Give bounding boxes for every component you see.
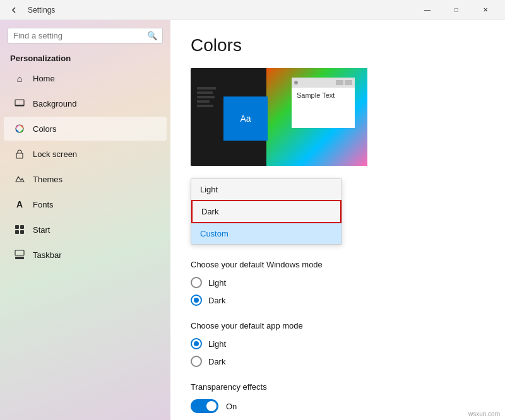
sidebar-item-background[interactable]: Background [4, 91, 167, 115]
windows-mode-dark-label: Dark [208, 296, 225, 305]
preview-btn [345, 80, 352, 85]
svg-rect-7 [20, 230, 24, 234]
dropdown-option-custom[interactable]: Custom [191, 223, 342, 244]
title-bar: Settings — □ ✕ [0, 0, 505, 20]
sidebar-item-label-home: Home [33, 74, 55, 83]
svg-rect-1 [15, 105, 24, 106]
app-mode-heading: Choose your default app mode [191, 321, 485, 330]
svg-rect-9 [15, 250, 24, 255]
app-body: 🔍 Personalization ⌂ Home Background Colo… [0, 20, 505, 420]
radio-circle-light [191, 277, 202, 288]
sidebar-item-start[interactable]: Start [4, 218, 167, 242]
sidebar-section-title: Personalization [0, 49, 170, 66]
stripe-line [197, 91, 213, 94]
windows-mode-dark[interactable]: Dark [191, 295, 485, 306]
stripe-line [197, 87, 216, 90]
sidebar-item-lockscreen[interactable]: Lock screen [4, 142, 167, 166]
svg-rect-6 [15, 230, 19, 234]
svg-rect-8 [15, 257, 24, 259]
windows-mode-section: Choose your default Windows mode Light D… [191, 260, 485, 306]
preview-sample-text: Sample Text [292, 88, 355, 103]
sidebar-item-label-lockscreen: Lock screen [33, 149, 77, 159]
transparency-section: Transparency effects On [191, 382, 485, 413]
radio-circle-dark [191, 295, 202, 306]
windows-mode-light[interactable]: Light [191, 277, 485, 288]
dropdown-option-light[interactable]: Light [191, 179, 342, 200]
themes-icon [14, 173, 25, 185]
back-button[interactable] [5, 1, 23, 19]
app-mode-light[interactable]: Light [191, 338, 485, 349]
preview-container: Aa Sample Text [191, 68, 367, 166]
sidebar-item-colors[interactable]: Colors [4, 117, 167, 141]
transparency-heading: Transparency effects [191, 382, 485, 392]
stripe-line [197, 100, 210, 103]
close-button[interactable]: ✕ [471, 0, 500, 20]
preview-blue-tile: Aa [223, 96, 268, 141]
app-mode-dark-label: Dark [208, 357, 225, 366]
sidebar: 🔍 Personalization ⌂ Home Background Colo… [0, 20, 170, 420]
windows-mode-heading: Choose your default Windows mode [191, 260, 485, 269]
transparency-toggle-row: On [191, 399, 485, 413]
sidebar-item-themes[interactable]: Themes [4, 167, 167, 191]
dropdown-container: Light Dark Custom [191, 178, 485, 245]
preview-white-window: Sample Text [292, 78, 355, 128]
title-bar-controls: — □ ✕ [413, 0, 500, 20]
search-input[interactable] [13, 31, 147, 40]
preview-image: Aa Sample Text [191, 68, 367, 166]
page-title: Colors [191, 35, 485, 55]
watermark: wsxun.com [468, 411, 500, 417]
sidebar-item-taskbar[interactable]: Taskbar [4, 243, 167, 267]
sidebar-item-label-themes: Themes [33, 175, 62, 184]
title-bar-left: Settings [5, 1, 55, 19]
sidebar-item-fonts[interactable]: A Fonts [4, 192, 167, 216]
home-icon: ⌂ [14, 73, 25, 84]
start-icon [14, 224, 25, 235]
svg-rect-5 [20, 225, 24, 229]
sidebar-item-label-fonts: Fonts [33, 200, 54, 209]
preview-btn [336, 80, 343, 85]
transparency-toggle[interactable] [191, 399, 218, 413]
dropdown-option-dark[interactable]: Dark [191, 200, 342, 223]
windows-mode-radio-group: Light Dark [191, 277, 485, 306]
app-mode-dark[interactable]: Dark [191, 356, 485, 367]
lock-icon [14, 148, 25, 160]
sidebar-item-label-taskbar: Taskbar [33, 250, 62, 260]
preview-stripes [197, 87, 219, 107]
preview-title-btns [336, 80, 352, 85]
preview-title-bar [292, 78, 355, 88]
color-mode-dropdown[interactable]: Light Dark Custom [191, 178, 342, 245]
colors-icon [14, 123, 25, 134]
search-icon: 🔍 [147, 31, 157, 40]
radio-circle-app-light [191, 338, 202, 349]
svg-rect-3 [16, 153, 23, 158]
sidebar-item-label-colors: Colors [33, 124, 57, 134]
fonts-icon: A [14, 199, 25, 210]
window-title: Settings [28, 6, 55, 15]
svg-rect-4 [15, 225, 19, 229]
app-mode-radio-group: Light Dark [191, 338, 485, 367]
sidebar-item-label-start: Start [33, 225, 50, 235]
content-area: Colors Aa [170, 20, 505, 420]
taskbar-icon [14, 249, 25, 260]
sidebar-item-home[interactable]: ⌂ Home [4, 66, 167, 90]
app-mode-light-label: Light [208, 339, 226, 349]
windows-mode-light-label: Light [208, 278, 226, 288]
transparency-toggle-label: On [226, 402, 237, 411]
radio-circle-app-dark [191, 356, 202, 367]
background-icon [14, 98, 25, 109]
app-mode-section: Choose your default app mode Light Dark [191, 321, 485, 367]
stripe-line [197, 105, 213, 107]
toggle-knob [206, 401, 217, 411]
maximize-button[interactable]: □ [442, 0, 471, 20]
minimize-button[interactable]: — [413, 0, 442, 20]
stripe-line [197, 96, 215, 98]
sidebar-item-label-background: Background [33, 99, 76, 108]
preview-dot [294, 81, 298, 85]
search-container[interactable]: 🔍 [8, 28, 163, 44]
